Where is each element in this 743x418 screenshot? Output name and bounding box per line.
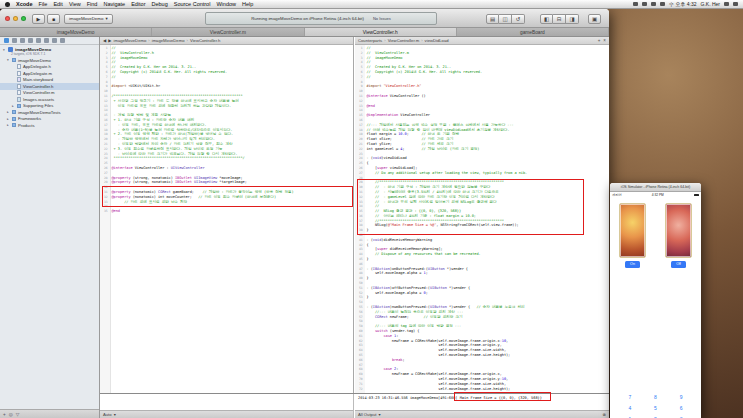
input-source-icon[interactable] [633, 2, 638, 6]
add-assistant-icon[interactable]: + [598, 38, 601, 43]
code-line: 72 self.moveImage.frame.size.height); [355, 387, 609, 392]
assistant-editor-button[interactable]: ◫ [499, 14, 512, 24]
disclosure-triangle[interactable]: ▸ [7, 117, 10, 121]
spotlight-icon[interactable] [724, 2, 729, 6]
log-navigator-icon[interactable] [60, 38, 65, 43]
menubar-clock[interactable]: 수 오후 4:32 [669, 1, 697, 7]
debug-navigator-icon[interactable] [44, 38, 49, 43]
menubar-user[interactable]: G.K. Her [701, 1, 720, 7]
xcode-window: ▶ ■ imageMoveDemo ▾ Running imageMoveDem… [0, 9, 609, 418]
add-button[interactable]: + [3, 412, 6, 417]
chevron-down-icon[interactable]: ▾ [378, 412, 380, 417]
filter-icon[interactable]: ◎ [9, 412, 13, 417]
console[interactable]: 2014-03-23 16:31:46.556 imageMoveDemo[49… [355, 394, 609, 418]
disclosure-triangle[interactable]: ▸ [12, 104, 15, 108]
number-button-7[interactable]: 7 [617, 393, 643, 404]
menubar-item-source-control[interactable]: Source Control [174, 1, 211, 7]
simulator-title[interactable]: iOS Simulator - iPhone Retina (4-inch 64… [610, 183, 701, 192]
assistant-editor[interactable]: Counterparts›ViewController.m›viewDidLoa… [355, 37, 609, 393]
standard-editor-button[interactable]: ▤ [486, 14, 499, 24]
line-number[interactable]: 72 [355, 387, 364, 392]
breakpoint-navigator-icon[interactable] [52, 38, 57, 43]
apple-menu-icon[interactable] [5, 2, 10, 7]
menubar-item-edit[interactable]: Edit [53, 1, 62, 7]
close-window-button[interactable] [5, 16, 10, 21]
tab-imagemovedemo[interactable]: imageMoveDemo [0, 28, 152, 36]
off-button[interactable]: Off [671, 261, 686, 268]
simulator-screen: 캐리어 4:32 PM OnOff 7894561230 [610, 192, 701, 418]
project-row[interactable]: ▾ imageMoveDemo 2 targets, iOS SDK 7.1 [0, 45, 99, 57]
number-button-9[interactable]: 9 [668, 393, 694, 404]
xcode-toolbar: ▶ ■ imageMoveDemo ▾ Running imageMoveDem… [0, 9, 609, 28]
menubar-item-help[interactable]: Help [242, 1, 253, 7]
run-button[interactable]: ▶ [32, 14, 45, 24]
sidebar-item-label: AppDelegate.m [23, 71, 52, 76]
code-text: int gameLevel = 4; // 게임 난이도 (카드 크기 결정) [364, 147, 480, 152]
menubar-item-debug[interactable]: Debug [152, 1, 168, 7]
ios-status-bar: 캐리어 4:32 PM [610, 192, 701, 197]
zoom-window-button[interactable] [21, 16, 26, 21]
breadcrumb-item[interactable]: ViewController.h [190, 38, 220, 43]
battery-icon[interactable] [660, 2, 665, 6]
sidebar-item-products[interactable]: ▸Products [0, 122, 99, 129]
code-area-viewcontroller-m[interactable]: 1//2// ViewController.m3// imageMoveDemo… [355, 45, 609, 393]
disclosure-triangle[interactable]: ▾ [3, 48, 6, 52]
console-filter[interactable]: All Output [358, 412, 376, 417]
menubar-item-file[interactable]: File [39, 1, 48, 7]
tab-viewcontroller.h[interactable]: ViewController.h [305, 28, 457, 36]
stop-button[interactable]: ■ [47, 14, 60, 24]
number-button-5[interactable]: 5 [643, 404, 669, 415]
debug-area-toggle-button[interactable]: ⊟ [553, 14, 566, 24]
breadcrumb-item[interactable]: Counterparts [358, 38, 382, 43]
menubar-item-xcode[interactable]: Xcode [16, 1, 33, 7]
minimize-window-button[interactable] [13, 16, 18, 21]
disclosure-triangle[interactable]: ▾ [7, 58, 10, 62]
folder-icon [12, 123, 16, 127]
version-editor-button[interactable]: ↺ [512, 14, 525, 24]
back-icon[interactable]: ◀ [103, 38, 106, 43]
breadcrumb-item[interactable]: ViewController.m [388, 38, 420, 43]
on-button[interactable]: On [625, 261, 640, 268]
find-navigator-icon[interactable] [20, 38, 25, 43]
utilities-toggle-button[interactable]: ◨ [566, 14, 579, 24]
menubar-item-find[interactable]: Find [87, 1, 98, 7]
issues-status[interactable]: No Issues [373, 16, 391, 21]
menubar-item-view[interactable]: View [69, 1, 81, 7]
breadcrumb-separator: › [148, 38, 149, 43]
wifi-icon[interactable] [651, 2, 656, 6]
code-area-viewcontroller-h[interactable]: 1//2// ViewController.h3// imageMoveDemo… [100, 45, 353, 393]
code-text: // Do any additional setup after loading… [364, 171, 527, 176]
number-button-4[interactable]: 4 [617, 404, 643, 415]
navigator-toggle-button[interactable]: ◧ [540, 14, 553, 24]
organizer-button[interactable]: ▣ [588, 14, 601, 24]
close-assistant-icon[interactable]: × [603, 38, 606, 43]
line-number[interactable]: 35 [100, 209, 109, 214]
variables-filter[interactable]: Auto [103, 412, 112, 417]
variables-view[interactable]: Auto ▾ [100, 394, 354, 418]
forward-icon[interactable]: ▶ [108, 38, 111, 43]
primary-editor[interactable]: ◀ ▶ imageMoveDemo›imageMoveDemo›ViewCont… [100, 37, 354, 393]
number-button-6[interactable]: 6 [668, 404, 694, 415]
issue-navigator-icon[interactable] [28, 38, 33, 43]
number-button-8[interactable]: 8 [643, 393, 669, 404]
bluetooth-icon[interactable] [642, 2, 647, 6]
menubar-item-navigate[interactable]: Navigate [103, 1, 125, 7]
breadcrumb-item[interactable]: imageMoveDemo [152, 38, 185, 43]
test-navigator-icon[interactable] [36, 38, 41, 43]
disclosure-triangle[interactable]: ▸ [7, 110, 10, 114]
chevron-down-icon[interactable]: ▾ [114, 412, 116, 417]
tab-viewcontroller.m[interactable]: ViewController.m [152, 28, 304, 36]
breadcrumb-item[interactable]: viewDidLoad [425, 38, 449, 43]
scheme-selector[interactable]: imageMoveDemo ▾ [64, 14, 113, 24]
breadcrumb: Counterparts›ViewController.m›viewDidLoa… [358, 38, 449, 43]
symbol-navigator-icon[interactable] [12, 38, 17, 43]
breadcrumb-item[interactable]: imageMoveDemo [113, 38, 146, 43]
disclosure-triangle[interactable]: ▸ [7, 123, 10, 127]
menubar-item-window[interactable]: Window [216, 1, 236, 7]
clear-console-icon[interactable]: ⊗ [602, 412, 606, 417]
recent-filter-icon[interactable]: ▽ [16, 412, 20, 417]
menubar-item-editor[interactable]: Editor [131, 1, 145, 7]
notification-center-icon[interactable] [733, 2, 738, 6]
tab-gameboard[interactable]: gameBoard [457, 28, 609, 36]
project-navigator-icon[interactable] [4, 38, 9, 43]
